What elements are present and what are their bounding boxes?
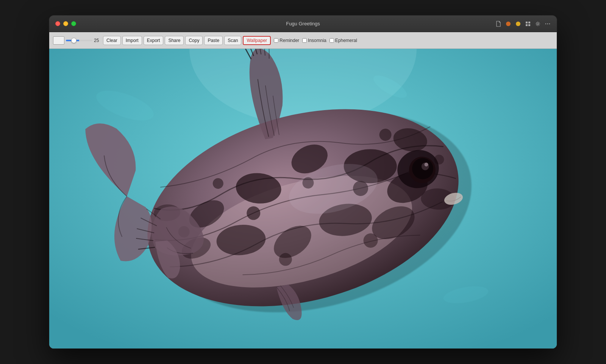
main-canvas[interactable] (49, 49, 557, 348)
ephemeral-label: Ephemeral (335, 38, 357, 43)
profile-icon-yellow[interactable] (515, 21, 521, 27)
brush-size-slider[interactable] (66, 40, 92, 41)
insomnia-checkbox-label[interactable]: Insomnia (302, 38, 326, 43)
titlebar-actions (495, 21, 551, 27)
titlebar: Fugu Greetings (49, 16, 557, 32)
ephemeral-checkbox[interactable] (330, 38, 334, 43)
close-button[interactable] (55, 21, 60, 26)
more-icon[interactable] (545, 21, 551, 27)
app-window: Fugu Greetings (49, 16, 557, 348)
share-button[interactable]: Share (165, 36, 184, 45)
svg-rect-2 (526, 22, 528, 23)
svg-point-9 (549, 23, 550, 24)
svg-point-0 (506, 22, 511, 26)
svg-rect-4 (526, 24, 528, 26)
svg-point-7 (545, 23, 546, 24)
slider-container: 25 (66, 38, 102, 43)
copy-button[interactable]: Copy (185, 36, 203, 45)
settings-icon[interactable] (535, 21, 541, 27)
export-button[interactable]: Export (144, 36, 164, 45)
extensions-icon[interactable] (525, 21, 531, 27)
svg-rect-3 (528, 22, 530, 23)
new-doc-icon[interactable] (495, 21, 501, 27)
wallpaper-button[interactable]: Wallpaper (243, 36, 271, 45)
slider-value: 25 (94, 38, 102, 43)
traffic-lights (55, 21, 76, 26)
reminder-label: Reminder (280, 38, 299, 43)
profile-icon-orange[interactable] (505, 21, 511, 27)
import-button[interactable]: Import (122, 36, 142, 45)
window-title: Fugu Greetings (286, 21, 320, 26)
insomnia-label: Insomnia (308, 38, 326, 43)
color-swatch[interactable] (53, 36, 64, 45)
ephemeral-checkbox-label[interactable]: Ephemeral (330, 38, 357, 43)
minimize-button[interactable] (63, 21, 68, 26)
toolbar: 25 Clear Import Export Share Copy Paste … (49, 32, 557, 49)
svg-point-8 (547, 23, 548, 24)
paste-button[interactable]: Paste (204, 36, 223, 45)
scan-button[interactable]: Scan (224, 36, 241, 45)
svg-point-1 (516, 22, 520, 26)
fish-display (49, 49, 557, 348)
svg-rect-5 (528, 24, 530, 26)
reminder-checkbox[interactable] (274, 38, 278, 43)
svg-point-6 (537, 23, 539, 25)
maximize-button[interactable] (71, 21, 76, 26)
reminder-checkbox-label[interactable]: Reminder (274, 38, 299, 43)
clear-button[interactable]: Clear (103, 36, 121, 45)
fish-svg (49, 49, 557, 348)
insomnia-checkbox[interactable] (302, 38, 307, 43)
checkbox-group: Reminder Insomnia Ephemeral (274, 38, 357, 43)
